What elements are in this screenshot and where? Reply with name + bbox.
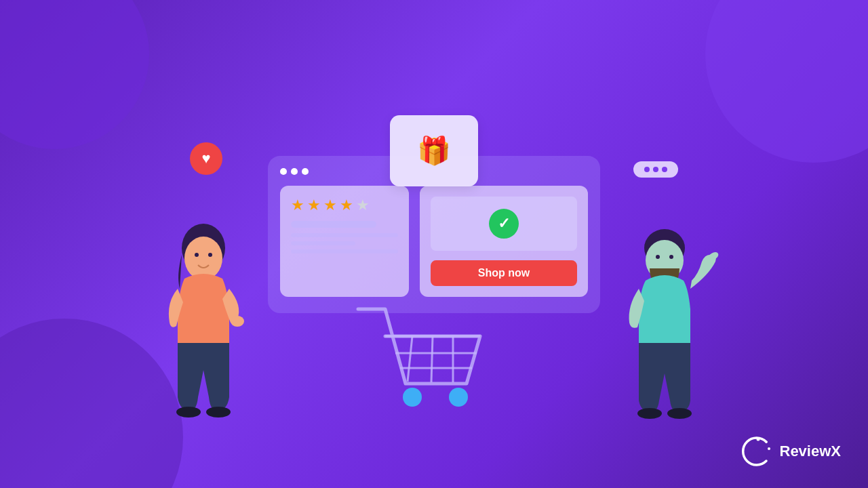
gift-card: 🎁 [390, 115, 478, 186]
svg-point-20 [637, 408, 662, 419]
rating-bar [291, 221, 376, 228]
svg-point-24 [768, 447, 770, 450]
decorative-circle-top-right [705, 0, 868, 163]
woman-figure [142, 201, 264, 434]
svg-point-3 [208, 253, 212, 257]
cart-svg [344, 296, 494, 431]
svg-point-5 [176, 407, 201, 418]
star-1: ★ [291, 197, 304, 214]
svg-point-2 [195, 253, 199, 257]
dots-bubble [633, 161, 678, 178]
svg-point-4 [231, 316, 244, 327]
browser-dot-3 [302, 168, 309, 175]
reviewx-logo-icon [741, 435, 773, 468]
decorative-circle-top-left [0, 0, 149, 149]
star-4: ★ [340, 197, 353, 214]
browser-content: ★ ★ ★ ★ ★ ✓ [280, 186, 588, 297]
svg-point-6 [206, 407, 231, 418]
reviewx-icon-svg [741, 435, 773, 468]
heart-icon: ♥ [201, 150, 210, 167]
star-5-empty: ★ [356, 197, 370, 214]
svg-point-18 [669, 255, 673, 259]
man-svg [604, 201, 726, 431]
svg-point-21 [667, 408, 692, 419]
svg-line-11 [431, 336, 433, 382]
bubble-dot-2 [653, 167, 658, 172]
bubble-dot-3 [662, 167, 667, 172]
reviewx-logo: ReviewX [741, 435, 842, 468]
man-figure [604, 201, 726, 434]
product-image-area: ✓ [431, 197, 577, 251]
shop-now-button[interactable]: Shop now [431, 260, 577, 286]
browser-dot-2 [291, 168, 298, 175]
reviewx-label: ReviewX [780, 443, 842, 460]
svg-line-10 [408, 336, 412, 382]
svg-point-14 [449, 388, 468, 407]
star-rating: ★ ★ ★ ★ ★ [291, 197, 398, 214]
browser-dot-1 [280, 168, 287, 175]
svg-point-13 [403, 388, 422, 407]
gift-icon: 🎁 [417, 135, 451, 167]
checkmark-icon: ✓ [498, 215, 510, 232]
svg-point-1 [184, 237, 222, 280]
rating-card: ★ ★ ★ ★ ★ [280, 186, 409, 297]
heart-bubble: ♥ [190, 142, 222, 175]
shopping-cart [344, 296, 494, 434]
svg-point-17 [656, 255, 660, 259]
svg-point-22 [756, 438, 760, 441]
svg-point-23 [765, 441, 768, 443]
browser-window: 🎁 ★ ★ ★ ★ ★ [268, 156, 600, 313]
rating-line-1 [291, 233, 398, 237]
rating-line-2 [291, 241, 355, 245]
star-2: ★ [307, 197, 321, 214]
product-card: ✓ Shop now [420, 186, 588, 297]
page-background: ♥ 🎁 ★ ★ [0, 0, 868, 488]
checkmark-badge: ✓ [489, 209, 519, 239]
star-3: ★ [323, 197, 337, 214]
woman-svg [142, 201, 264, 431]
rating-line-3 [291, 249, 398, 253]
bubble-dot-1 [644, 167, 650, 172]
